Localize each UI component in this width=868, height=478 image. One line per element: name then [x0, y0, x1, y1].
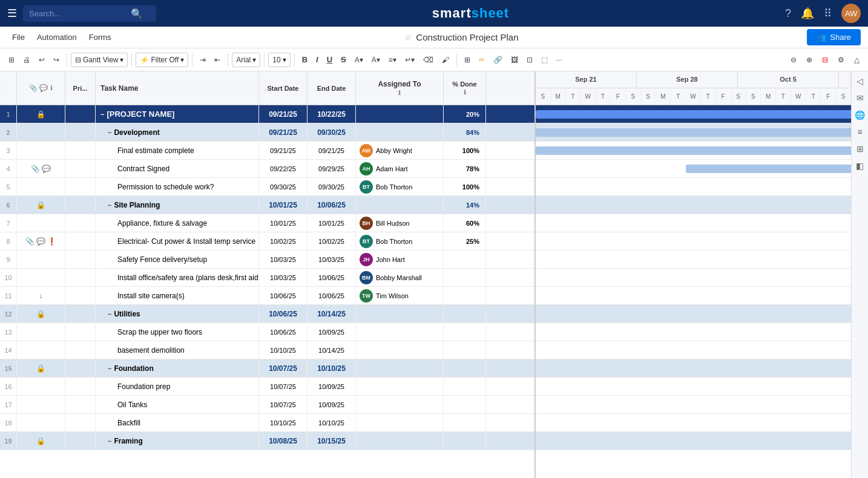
assigned-cell[interactable]: JHJohn Hart: [356, 250, 444, 268]
gantt-row[interactable]: Appliance, fixture & salvage: [536, 214, 851, 232]
start-date-cell[interactable]: 10/03/25: [259, 250, 307, 268]
percent-cell[interactable]: 100%: [444, 142, 486, 159]
task-name-cell[interactable]: Backfill: [96, 414, 259, 431]
assigned-cell[interactable]: [356, 378, 444, 395]
end-date-cell[interactable]: 10/06/25: [307, 196, 356, 214]
table-row[interactable]: 19🔒−Framing10/08/2510/15/25: [0, 432, 534, 450]
gantt-row[interactable]: Install site camer: [536, 287, 851, 305]
view-selector[interactable]: ⊟ Gantt View ▾: [71, 53, 128, 67]
end-date-cell[interactable]: 10/06/25: [307, 269, 356, 286]
collapse-icon[interactable]: −: [108, 201, 111, 209]
gantt-row[interactable]: Oil: [536, 396, 851, 414]
assigned-cell[interactable]: BTBob Thorton: [356, 178, 444, 195]
collapse-icon[interactable]: −: [108, 437, 111, 445]
assigned-cell[interactable]: BMBobby Marshall: [356, 269, 444, 286]
format-paint-button[interactable]: 🖌: [438, 53, 453, 67]
zoom-out-button[interactable]: ⊖: [787, 53, 800, 67]
table-row[interactable]: 3Final estimate complete09/21/2509/21/25…: [0, 142, 534, 160]
clear-format-button[interactable]: ⌫: [419, 53, 437, 67]
gantt-bar[interactable]: [536, 146, 851, 155]
undo-button[interactable]: ↩: [35, 53, 48, 67]
indent-button[interactable]: ⇥: [196, 53, 209, 67]
table-row[interactable]: 6🔒−Site Planning10/01/2510/06/2514%: [0, 196, 534, 214]
automation-menu[interactable]: Automation: [32, 30, 82, 44]
font-selector[interactable]: Arial ▾: [232, 53, 260, 67]
percent-cell[interactable]: [444, 269, 486, 286]
task-name-cell[interactable]: −Foundation: [96, 359, 259, 377]
gantt-row[interactable]: Scr: [536, 323, 851, 341]
end-date-cell[interactable]: 10/22/25: [307, 105, 356, 123]
task-name-cell[interactable]: Appliance, fixture & salvage: [96, 214, 259, 232]
start-date-cell[interactable]: 10/01/25: [259, 196, 307, 214]
table-row[interactable]: 12🔒−Utilities10/06/2510/14/25: [0, 305, 534, 323]
align-button[interactable]: ≡▾: [385, 53, 400, 67]
table-row[interactable]: 5Permission to schedule work?09/30/2509/…: [0, 178, 534, 196]
gantt-row[interactable]: Final estimate complete: [536, 142, 851, 160]
start-date-cell[interactable]: 10/10/25: [259, 414, 307, 431]
start-date-cell[interactable]: 10/02/25: [259, 232, 307, 250]
image-icon[interactable]: 🖼: [507, 53, 522, 67]
zoom-in-button[interactable]: ⊕: [803, 53, 816, 67]
end-date-cell[interactable]: 09/30/25: [307, 123, 356, 141]
outdent-button[interactable]: ⇤: [211, 53, 224, 67]
percent-cell[interactable]: [444, 396, 486, 413]
end-date-cell[interactable]: 10/09/25: [307, 323, 356, 341]
end-date-cell[interactable]: 10/09/25: [307, 378, 356, 395]
percent-cell[interactable]: 20%: [444, 105, 486, 123]
print-button[interactable]: 🖨: [19, 53, 34, 67]
gantt-row[interactable]: Fou: [536, 378, 851, 396]
wrap-button[interactable]: ↵▾: [401, 53, 418, 67]
gantt-row[interactable]: Install office/safe: [536, 269, 851, 287]
panel-icon-4[interactable]: ≡: [857, 127, 862, 137]
highlight-button[interactable]: A▾: [351, 53, 367, 67]
filter-selector[interactable]: ⚡ Filter Off ▾: [136, 53, 188, 67]
task-name-cell[interactable]: basement demolition: [96, 341, 259, 359]
table-row[interactable]: 10Install office/safety area (plans desk…: [0, 269, 534, 287]
end-date-cell[interactable]: 10/15/25: [307, 432, 356, 450]
assigned-cell[interactable]: [356, 341, 444, 359]
underline-button[interactable]: U: [323, 53, 336, 67]
gantt-row[interactable]: [536, 432, 851, 450]
end-date-cell[interactable]: 10/10/25: [307, 414, 356, 431]
task-name-cell[interactable]: −Utilities: [96, 305, 259, 322]
percent-cell[interactable]: [444, 432, 486, 450]
assigned-cell[interactable]: [356, 105, 444, 123]
panel-icon-6[interactable]: ◧: [856, 161, 864, 171]
panel-icon-5[interactable]: ⊞: [856, 144, 864, 154]
task-name-cell[interactable]: Safety Fence delivery/setup: [96, 250, 259, 268]
table-row[interactable]: 1🔒−[PROJECT NAME]09/21/2510/22/2520%: [0, 105, 534, 123]
percent-cell[interactable]: 84%: [444, 123, 486, 141]
end-date-cell[interactable]: 10/14/25: [307, 305, 356, 322]
assigned-cell[interactable]: BHBill Hudson: [356, 214, 444, 232]
table-row[interactable]: 16Foundation prep10/07/2510/09/25: [0, 378, 534, 396]
collapse-icon-project[interactable]: −: [100, 111, 104, 118]
link-icon[interactable]: 🔗: [490, 53, 506, 67]
panel-icon-3[interactable]: 🌐: [855, 110, 865, 120]
start-date-cell[interactable]: 10/07/25: [259, 378, 307, 395]
table-row[interactable]: 9Safety Fence delivery/setup10/03/2510/0…: [0, 250, 534, 269]
gantt-row[interactable]: Contract Signed: [536, 160, 851, 178]
assigned-cell[interactable]: [356, 323, 444, 341]
gantt-row[interactable]: Permission to schedule work?: [536, 178, 851, 196]
task-name-cell[interactable]: Permission to schedule work?: [96, 178, 259, 195]
assigned-cell[interactable]: [356, 432, 444, 450]
table-row[interactable]: 17Oil Tanks10/07/2510/09/25: [0, 396, 534, 414]
end-date-cell[interactable]: 09/30/25: [307, 178, 356, 195]
table-row[interactable]: 14basement demolition10/10/2510/14/25: [0, 341, 534, 359]
collapse-icon[interactable]: −: [108, 129, 111, 136]
assigned-cell[interactable]: [356, 305, 444, 322]
end-date-cell[interactable]: 10/02/25: [307, 232, 356, 250]
assigned-cell[interactable]: [356, 196, 444, 214]
start-date-cell[interactable]: 10/07/25: [259, 359, 307, 377]
table-row[interactable]: 2−Development09/21/2509/30/2584%: [0, 123, 534, 142]
size-selector[interactable]: 10 ▾: [268, 53, 290, 67]
collapse-icon[interactable]: −: [108, 310, 111, 318]
end-date-cell[interactable]: 10/09/25: [307, 396, 356, 413]
end-date-cell[interactable]: 09/29/25: [307, 160, 356, 177]
italic-button[interactable]: I: [312, 53, 322, 67]
percent-cell[interactable]: [444, 414, 486, 431]
hamburger-icon[interactable]: ☰: [7, 7, 17, 20]
start-date-cell[interactable]: 10/03/25: [259, 269, 307, 286]
more-options[interactable]: ···: [553, 53, 566, 67]
bold-button[interactable]: B: [298, 53, 311, 67]
